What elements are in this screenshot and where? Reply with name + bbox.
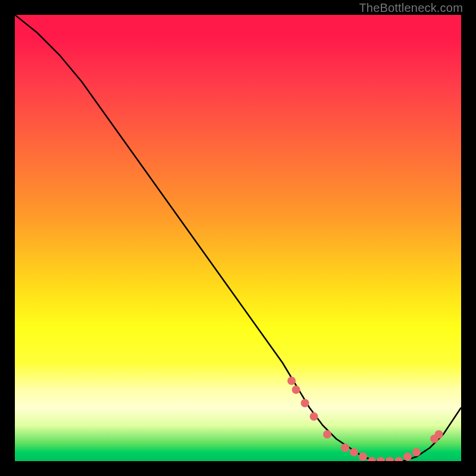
chart-frame: TheBottleneck.com: [0, 0, 476, 476]
curve-layer: [15, 15, 461, 461]
plot-area: [15, 15, 461, 461]
data-marker: [386, 457, 394, 461]
data-marker: [341, 444, 349, 452]
data-marker: [350, 448, 358, 456]
data-marker: [435, 430, 443, 439]
bottleneck-curve-path: [15, 15, 461, 461]
data-marker: [323, 430, 331, 439]
data-marker: [287, 377, 296, 385]
data-marker: [292, 386, 300, 394]
data-marker: [412, 448, 421, 456]
data-marker: [301, 399, 309, 408]
data-marker: [368, 457, 376, 461]
data-marker: [310, 412, 318, 421]
data-marker: [377, 457, 385, 461]
data-marker: [359, 453, 367, 461]
data-markers: [287, 377, 443, 461]
data-marker: [403, 453, 412, 461]
watermark-text: TheBottleneck.com: [359, 1, 463, 15]
bottleneck-curve: [15, 15, 461, 461]
data-marker: [394, 457, 403, 461]
